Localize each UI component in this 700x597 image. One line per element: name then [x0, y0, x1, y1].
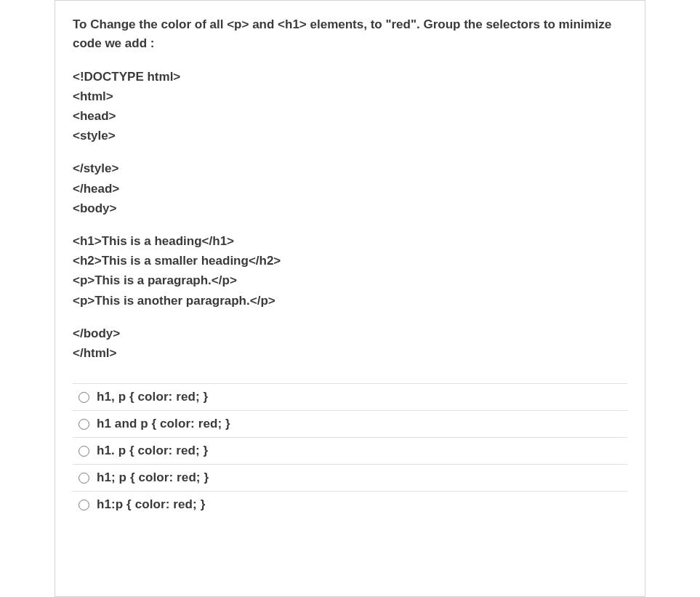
code-line: </style> — [73, 159, 627, 178]
code-line: <!DOCTYPE html> — [73, 67, 627, 87]
answer-radio[interactable] — [79, 419, 89, 430]
answer-option[interactable]: h1. p { color: red; } — [73, 437, 627, 464]
code-line: <p>This is another paragraph.</p> — [73, 291, 627, 310]
code-line: </head> — [73, 179, 627, 199]
answer-label: h1:p { color: red; } — [97, 497, 205, 512]
code-line: </body> — [73, 324, 627, 343]
code-line: <p>This is a paragraph.</p> — [73, 271, 627, 290]
code-block-2: </style> </head> <body> — [73, 159, 627, 218]
answer-option[interactable]: h1; p { color: red; } — [73, 464, 627, 491]
code-line: <head> — [73, 106, 627, 126]
code-block-3: <h1>This is a heading</h1> <h2>This is a… — [73, 231, 627, 310]
answer-label: h1. p { color: red; } — [97, 444, 208, 458]
code-line: <h1>This is a heading</h1> — [73, 231, 627, 251]
answer-label: h1, p { color: red; } — [97, 390, 208, 404]
question-prompt: To Change the color of all <p> and <h1> … — [73, 15, 627, 54]
answers-list: h1, p { color: red; } h1 and p { color: … — [73, 383, 627, 518]
code-line: <body> — [73, 199, 627, 218]
answer-option[interactable]: h1, p { color: red; } — [73, 383, 627, 410]
code-line: <style> — [73, 126, 627, 145]
answer-radio[interactable] — [79, 392, 89, 403]
code-block-1: <!DOCTYPE html> <html> <head> <style> — [73, 67, 627, 146]
answer-radio[interactable] — [79, 500, 89, 510]
code-line: <html> — [73, 87, 627, 106]
answer-option[interactable]: h1:p { color: red; } — [73, 491, 627, 518]
code-line: <h2>This is a smaller heading</h2> — [73, 251, 627, 271]
code-block-4: </body> </html> — [73, 324, 627, 363]
code-line: </html> — [73, 343, 627, 363]
answer-label: h1 and p { color: red; } — [97, 417, 230, 431]
answer-option[interactable]: h1 and p { color: red; } — [73, 410, 627, 437]
answer-radio[interactable] — [79, 473, 89, 484]
question-container: To Change the color of all <p> and <h1> … — [55, 0, 645, 597]
answer-label: h1; p { color: red; } — [97, 470, 209, 485]
answer-radio[interactable] — [79, 446, 89, 457]
